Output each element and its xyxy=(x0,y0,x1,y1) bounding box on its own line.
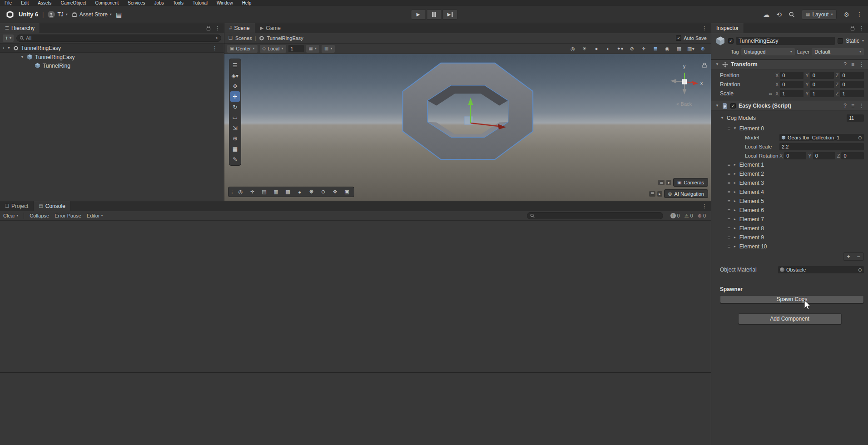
tab-scene[interactable]: # Scene xyxy=(224,23,255,33)
object-picker-icon[interactable]: ⊙ xyxy=(858,267,862,273)
easy-clocks-component-header[interactable]: ▼ ✓ Easy Clocks (Script) ? ≡ ⋮ xyxy=(711,101,868,111)
tab-game[interactable]: ▶ Game xyxy=(255,23,286,33)
hidden-objects-toggle[interactable]: ⊘ xyxy=(626,45,637,53)
array-size-field[interactable]: 11 xyxy=(847,114,864,122)
skybox-icon[interactable]: ● xyxy=(294,188,305,196)
scene-header-row[interactable]: ‹ ▼ TunnelRingEasy ⋮ xyxy=(0,44,224,53)
cog-models-foldout[interactable]: ▼ Cog Models 11 xyxy=(711,114,868,122)
transform-component-header[interactable]: ▼ Transform ? ≡ ⋮ xyxy=(711,59,868,69)
gameobject-cube-icon[interactable] xyxy=(715,36,725,46)
hierarchy-search[interactable]: ⌖ xyxy=(16,35,221,42)
foldout-closed-icon[interactable]: ▸ xyxy=(733,181,737,185)
element-2-row[interactable]: = ▸ Element 2 xyxy=(711,169,868,178)
layer-dropdown[interactable]: Default ▾ xyxy=(812,48,864,55)
add-component-button[interactable]: Add Component xyxy=(738,313,842,324)
gizmos-toggle[interactable]: ⊕ xyxy=(697,45,708,53)
overlay-drag-handle-icon[interactable]: ☰ xyxy=(649,191,655,197)
grid-dropdown[interactable]: ▥▾ xyxy=(685,45,696,53)
overlay-expand-icon[interactable]: ▸ xyxy=(657,191,662,197)
menu-file[interactable]: File xyxy=(5,0,12,5)
overlay-handle[interactable]: ☰ xyxy=(230,60,240,70)
transform-tool[interactable]: ⊕ xyxy=(230,133,240,143)
grid-visibility-toggle[interactable]: ▦ xyxy=(674,45,684,53)
hierarchy-item-tunnelringeasy[interactable]: ▼ TunnelRingEasy xyxy=(0,53,224,61)
layers-toggle[interactable]: ≣ xyxy=(650,45,661,53)
breadcrumb-current[interactable]: TunnelRingEasy xyxy=(267,35,303,41)
shadows-icon[interactable]: ▩ xyxy=(282,188,293,196)
uniform-scale-link-icon[interactable]: ∞ xyxy=(767,91,774,96)
collapse-toggle[interactable]: Collapse xyxy=(30,213,49,218)
menu-tutorial[interactable]: Tutorial xyxy=(193,0,208,5)
foldout-closed-icon[interactable]: ▸ xyxy=(733,172,737,176)
drag-handle-icon[interactable]: = xyxy=(728,235,730,240)
chevron-down-icon[interactable]: ▾ xyxy=(862,39,864,43)
custom-editor-tool[interactable]: ✎ xyxy=(230,154,240,164)
foldout-open-icon[interactable]: ▼ xyxy=(733,127,737,130)
collapse-panel-icon[interactable]: ‹ xyxy=(3,46,4,50)
menu-help[interactable]: Help xyxy=(242,0,252,5)
flares-icon[interactable]: ❋ xyxy=(306,188,317,196)
scene-camera-toggle[interactable]: ◎ xyxy=(567,45,578,53)
menu-tools[interactable]: Tools xyxy=(173,0,184,5)
y-value-field[interactable]: 0 xyxy=(810,81,834,88)
render-mode-icon[interactable]: ◎ xyxy=(235,188,246,196)
drag-handle-icon[interactable]: = xyxy=(728,126,730,131)
help-icon[interactable]: ? xyxy=(843,103,847,109)
foldout-closed-icon[interactable]: ▸ xyxy=(733,227,737,230)
editor-dropdown[interactable]: Editor ▾ xyxy=(87,213,103,218)
spawn-cogs-button[interactable]: Spawn Cogs xyxy=(720,295,864,303)
scene-viewport[interactable]: ☰◈▾✥✛↻▭⇲⊕▦✎ ⋮◎✛▤▦▩●❋⊙✥▣ ☰ ▸ ▣ Cameras xyxy=(224,54,711,201)
strip-handle[interactable]: ⋮ xyxy=(230,188,234,196)
console-search[interactable] xyxy=(527,212,663,219)
z-value-field[interactable]: 0 xyxy=(840,81,864,88)
more-icon[interactable]: ⋮ xyxy=(212,45,218,51)
grid-snap-icon[interactable]: ▦ xyxy=(270,188,282,196)
rotate-tool[interactable]: ↻ xyxy=(230,102,240,112)
y-value-field[interactable]: 1 xyxy=(810,90,834,97)
drag-handle-icon[interactable]: = xyxy=(728,226,730,231)
layout-dropdown[interactable]: ▦ Layout ▾ xyxy=(802,10,837,20)
pick-target-icon[interactable]: ⌖ xyxy=(215,36,218,40)
rect-tool[interactable]: ▭ xyxy=(230,112,240,123)
lock-icon[interactable] xyxy=(703,63,706,68)
help-icon[interactable]: ? xyxy=(843,61,847,68)
camera-fly-toggle[interactable]: ✈ xyxy=(638,45,649,53)
more-icon[interactable]: ⋮ xyxy=(859,103,864,109)
z-value-field[interactable]: 0 xyxy=(840,72,864,79)
account-menu[interactable]: TJ ▾ xyxy=(48,11,67,18)
gizmo-x-axis[interactable] xyxy=(471,123,499,126)
overlay-expand-icon[interactable]: ▸ xyxy=(666,180,671,185)
drag-handle-icon[interactable]: = xyxy=(728,163,730,168)
hand-tool[interactable]: ✥ xyxy=(230,81,240,91)
more-icon[interactable]: ⋮ xyxy=(215,25,220,31)
orientation-gizmo[interactable]: y x xyxy=(665,62,708,101)
history-icon[interactable]: ⟲ xyxy=(776,11,782,18)
menu-services[interactable]: Services xyxy=(128,0,145,5)
foldout-closed-icon[interactable]: ▸ xyxy=(733,236,737,239)
drag-handle-icon[interactable]: = xyxy=(728,172,730,177)
info-counter[interactable]: ! 0 xyxy=(670,213,680,218)
search-icon[interactable] xyxy=(789,11,795,18)
menu-edit[interactable]: Edit xyxy=(21,0,29,5)
asset-store-menu[interactable]: Asset Store ▾ xyxy=(72,11,112,18)
move-tool[interactable]: ✛ xyxy=(230,91,240,102)
gameobject-name-field[interactable]: TunnelRingEasy xyxy=(736,37,835,45)
drag-handle-icon[interactable]: = xyxy=(728,208,730,213)
tunnel-ring-mesh[interactable] xyxy=(403,63,533,160)
grid-snap-dropdown[interactable]: ▦ ▾ xyxy=(306,45,319,53)
element-5-row[interactable]: = ▸ Element 5 xyxy=(711,197,868,206)
pan-icon[interactable]: ✥ xyxy=(329,188,341,196)
add-element-button[interactable]: + xyxy=(843,253,853,260)
drag-handle-icon[interactable]: = xyxy=(728,190,730,195)
handle-rotation-dropdown[interactable]: ◇ Local ▾ xyxy=(260,45,286,53)
hierarchy-search-input[interactable] xyxy=(26,35,213,41)
element-6-row[interactable]: = ▸ Element 6 xyxy=(711,206,868,215)
warning-counter[interactable]: ⚠ 0 xyxy=(684,213,693,219)
add-gameobject-button[interactable]: + ▾ xyxy=(3,35,14,42)
tab-console[interactable]: ▤ Console xyxy=(34,201,70,211)
object-picker-icon[interactable]: ⊙ xyxy=(858,135,862,141)
camera-preview-icon[interactable]: ▣ xyxy=(341,188,352,196)
snap-increment-dropdown[interactable]: ▥ ▾ xyxy=(322,45,335,53)
lock-icon[interactable] xyxy=(206,25,211,31)
lighting-toggle[interactable]: ☀ xyxy=(579,45,590,53)
